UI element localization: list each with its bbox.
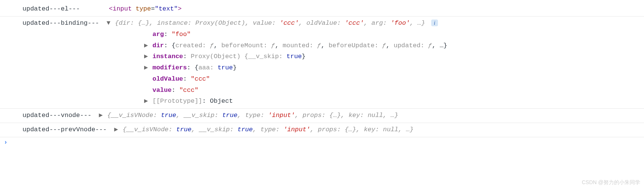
info-icon[interactable]: i — [431, 20, 438, 26]
log-value-el[interactable]: <input type="text"> — [109, 4, 640, 15]
log-row-el: updated---el--- <input type="text"> — [0, 2, 644, 16]
prop-prototype[interactable]: ▶ [[Prototype]]: Object — [143, 96, 640, 107]
prop-instance[interactable]: ▶ instance: Proxy(Object) {__v_skip: tru… — [143, 51, 640, 62]
prop-dir[interactable]: ▶ dir: {created: ƒ, beforeMount: ƒ, moun… — [143, 40, 640, 51]
log-value-binding-summary[interactable]: ▼ {dir: {…}, instance: Proxy(Object), va… — [106, 18, 640, 29]
chevron-right-icon: › — [4, 139, 8, 146]
log-label: updated---vnode--- — [23, 110, 92, 121]
log-value-vnode[interactable]: ▶ {__v_isVNode: true, __v_skip: true, ty… — [98, 110, 640, 121]
console-prompt[interactable]: › — [0, 137, 644, 147]
console-output: updated---el--- <input type="text"> upda… — [0, 0, 644, 149]
expand-arrow-right-icon[interactable]: ▶ — [143, 96, 149, 107]
expand-arrow-right-icon[interactable]: ▶ — [113, 124, 119, 135]
prop-oldvalue[interactable]: ▶ oldValue: "ccc" — [143, 74, 640, 85]
binding-children: ▶ arg: "foo" ▶ dir: {created: ƒ, beforeM… — [0, 29, 644, 109]
log-row-binding: updated---binding--- ▼ {dir: {…}, instan… — [0, 16, 644, 29]
expand-arrow-right-icon[interactable]: ▶ — [98, 110, 104, 121]
log-label: updated---binding--- — [23, 18, 99, 29]
prop-modifiers[interactable]: ▶ modifiers: {aaa: true} — [143, 62, 640, 74]
expand-arrow-down-icon[interactable]: ▼ — [106, 18, 111, 29]
expand-arrow-right-icon[interactable]: ▶ — [143, 51, 149, 62]
log-value-prevvnode[interactable]: ▶ {__v_isVNode: true, __v_skip: true, ty… — [113, 124, 640, 135]
log-label: updated---prevVnode--- — [23, 124, 107, 135]
prop-arg[interactable]: ▶ arg: "foo" — [143, 29, 640, 40]
log-label: updated---el--- — [23, 4, 98, 15]
log-row-vnode: updated---vnode--- ▶ {__v_isVNode: true,… — [0, 109, 644, 123]
log-row-prevvnode: updated---prevVnode--- ▶ {__v_isVNode: t… — [0, 123, 644, 137]
expand-arrow-right-icon[interactable]: ▶ — [143, 62, 149, 74]
prop-value[interactable]: ▶ value: "ccc" — [143, 85, 640, 96]
expand-arrow-right-icon[interactable]: ▶ — [143, 40, 149, 51]
